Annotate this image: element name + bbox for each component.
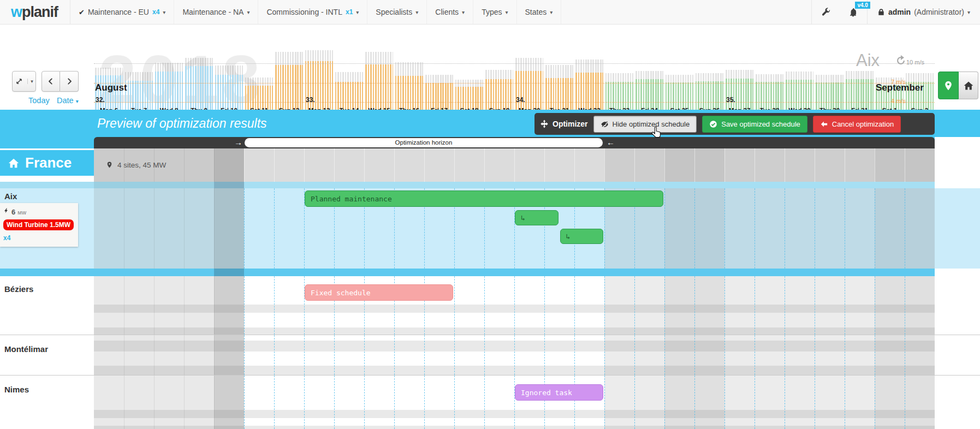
site-section-nimes: NimesIgnored task xyxy=(0,375,980,429)
wind-avg-bar xyxy=(245,86,273,110)
nav-menu-clients[interactable]: Clients▾ xyxy=(427,0,473,24)
current-day-column xyxy=(214,188,244,269)
nav-menu-maintenance-na[interactable]: Maintenance - NA▾ xyxy=(174,0,258,24)
wind-avg-bar xyxy=(635,79,663,110)
ignored-task-bar[interactable]: Ignored task xyxy=(515,384,603,401)
location-pin-icon xyxy=(943,79,954,92)
site-section-mont-limar: Montélimar xyxy=(0,335,980,375)
hide-optimized-schedule-button[interactable]: Hide optimized schedule xyxy=(593,116,697,133)
region-header[interactable]: France xyxy=(0,150,94,176)
day-gridline xyxy=(154,188,155,269)
home-button[interactable] xyxy=(959,72,978,99)
home-icon xyxy=(8,157,20,169)
day-gridline xyxy=(274,276,275,335)
day-gridline xyxy=(514,276,515,335)
optimizer-label: Optimizer xyxy=(540,120,588,128)
gantt-area: Aix6MWWind Turbine 1.5MWx4Planned mainte… xyxy=(0,188,980,429)
planned-maintenance-bar[interactable]: Planned maintenance xyxy=(305,190,663,207)
week-number: 33. xyxy=(306,96,315,104)
day-gridline xyxy=(664,188,665,269)
nav-menu-label: Maintenance - NA xyxy=(182,8,243,16)
nav-menu-types[interactable]: Types▾ xyxy=(473,0,516,24)
notifications-button[interactable]: v4.0 xyxy=(839,0,867,25)
wind-avg-bar xyxy=(605,82,633,110)
day-gridline xyxy=(604,335,605,375)
current-day-column xyxy=(214,376,244,429)
day-gridline xyxy=(274,376,275,429)
wind-avg-bar xyxy=(666,82,693,110)
day-gridline xyxy=(244,335,245,375)
nav-menu-maintenance-eu[interactable]: ✔Maintenance - EUx4▾ xyxy=(70,0,174,24)
check-circle-icon xyxy=(709,120,717,128)
wind-avg-bar xyxy=(155,72,183,110)
expand-icon xyxy=(15,77,23,86)
prev-button[interactable] xyxy=(41,71,60,92)
settings-wrench-button[interactable] xyxy=(812,0,839,25)
nav-menu-states[interactable]: States▾ xyxy=(517,0,562,24)
day-gridline xyxy=(514,335,515,375)
wind-axis-label: 7 m/s xyxy=(891,79,906,85)
today-link[interactable]: Today xyxy=(28,96,50,105)
day-gridline xyxy=(724,188,725,269)
day-gridline xyxy=(815,148,815,182)
site-label-b-ziers: Béziers xyxy=(4,284,33,294)
check-icon: ✔ xyxy=(79,8,85,16)
day-gridline xyxy=(454,276,455,335)
day-gridline xyxy=(574,276,575,335)
chevron-down-icon: ▾ xyxy=(27,79,33,84)
day-gridline xyxy=(905,276,905,335)
day-gridline xyxy=(154,376,155,429)
day-gridline xyxy=(785,148,785,182)
zoom-range-button[interactable]: ▾ xyxy=(12,71,36,92)
current-day-column xyxy=(214,148,244,182)
wind-avg-bar xyxy=(125,81,153,110)
sub-task-bar[interactable]: ↳ xyxy=(515,210,559,225)
day-gridline xyxy=(394,148,395,182)
map-pin-button[interactable] xyxy=(938,72,959,99)
app-logo[interactable]: wplanif xyxy=(0,0,70,24)
day-gridline xyxy=(634,148,635,182)
day-gridline xyxy=(484,148,485,182)
wind-avg-bar xyxy=(485,79,513,110)
day-gridline xyxy=(875,335,875,375)
next-button[interactable] xyxy=(60,71,79,92)
day-gridline xyxy=(484,335,485,375)
day-gridline xyxy=(815,188,815,269)
day-gridline xyxy=(124,188,124,269)
day-gridline xyxy=(785,376,785,429)
current-day-column xyxy=(214,182,244,188)
cancel-optimization-button[interactable]: Cancel optimization xyxy=(813,116,901,133)
day-gridline xyxy=(304,376,305,429)
turbine-type-badge[interactable]: Wind Turbine 1.5MW xyxy=(3,219,74,230)
day-gridline xyxy=(604,376,605,429)
chevron-left-icon xyxy=(47,77,55,86)
wind-gridline-10 xyxy=(94,63,935,64)
chevron-down-icon: ▾ xyxy=(462,9,465,15)
week-number: 35. xyxy=(726,96,735,104)
date-link[interactable]: Date ▾ xyxy=(57,96,79,105)
nav-menu-commissioning-intl[interactable]: Commissioning - INTLx1▾ xyxy=(258,0,367,24)
day-gridline xyxy=(664,276,665,335)
day-gridline xyxy=(694,148,695,182)
optimization-banner: Preview of optimization results Optimize… xyxy=(0,110,980,137)
day-gridline xyxy=(184,335,185,375)
wind-avg-bar xyxy=(185,66,213,110)
user-menu[interactable]: admin (Administrator) ▾ xyxy=(868,8,980,16)
map-home-buttons xyxy=(938,72,978,99)
day-gridline xyxy=(755,376,755,429)
save-optimized-schedule-button[interactable]: Save optimized schedule xyxy=(702,116,807,133)
day-gridline xyxy=(875,148,875,182)
optimization-horizon-pill[interactable]: Optimization horizon xyxy=(245,138,603,147)
refresh-icon[interactable] xyxy=(894,54,907,69)
day-gridline xyxy=(184,188,185,269)
region-summary-text: 4 sites, 45 MW xyxy=(117,161,166,169)
day-gridline xyxy=(574,335,575,375)
nav-menu-specialists[interactable]: Specialists▾ xyxy=(367,0,427,24)
sub-task-bar[interactable]: ↳ xyxy=(560,229,604,244)
wind-avg-bar xyxy=(696,81,723,110)
day-gridline xyxy=(154,276,155,335)
fixed-schedule-bar[interactable]: Fixed schedule xyxy=(305,284,453,301)
day-gridline xyxy=(304,335,305,375)
site-grid xyxy=(94,276,935,335)
day-gridline xyxy=(694,276,695,335)
